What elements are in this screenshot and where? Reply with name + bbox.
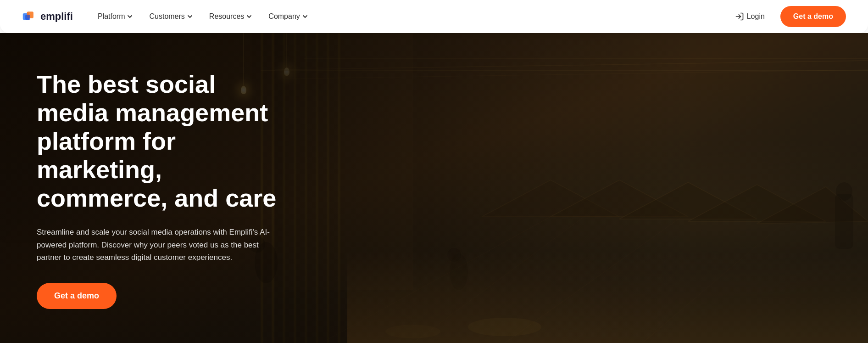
logo[interactable]: emplifi xyxy=(22,9,73,24)
login-icon xyxy=(735,12,744,21)
login-label: Login xyxy=(747,12,765,21)
chevron-down-icon xyxy=(187,14,193,19)
nav-links: Platform Customers Resources Company xyxy=(91,9,314,24)
nav-company-label: Company xyxy=(268,12,300,21)
nav-item-company[interactable]: Company xyxy=(262,9,314,24)
nav-item-customers[interactable]: Customers xyxy=(143,9,199,24)
hero-subtext: Streamline and scale your social media o… xyxy=(37,226,284,264)
nav-demo-button[interactable]: Get a demo xyxy=(780,6,846,27)
hero-cta-label: Get a demo xyxy=(54,291,99,300)
nav-customers-label: Customers xyxy=(149,12,184,21)
nav-resources-label: Resources xyxy=(209,12,244,21)
navbar-left: emplifi Platform Customers Resources xyxy=(22,9,314,24)
login-button[interactable]: Login xyxy=(729,8,771,25)
chevron-down-icon xyxy=(127,14,133,19)
floor-reflection xyxy=(347,251,868,343)
chevron-down-icon xyxy=(246,14,252,19)
hero-cta-button[interactable]: Get a demo xyxy=(37,283,117,309)
nav-item-platform[interactable]: Platform xyxy=(91,9,139,24)
nav-demo-label: Get a demo xyxy=(793,12,833,20)
nav-item-resources[interactable]: Resources xyxy=(203,9,258,24)
navbar: emplifi Platform Customers Resources xyxy=(0,0,868,33)
navbar-right: Login Get a demo xyxy=(729,6,846,27)
hero-heading: The best social media management platfor… xyxy=(37,70,284,212)
emplifi-logo-icon xyxy=(22,9,37,24)
nav-platform-label: Platform xyxy=(98,12,125,21)
svg-rect-2 xyxy=(25,15,30,20)
hero-content: The best social media management platfor… xyxy=(0,33,321,337)
chevron-down-icon xyxy=(302,14,308,19)
brand-name: emplifi xyxy=(40,11,73,22)
hero-section: The best social media management platfor… xyxy=(0,33,868,343)
